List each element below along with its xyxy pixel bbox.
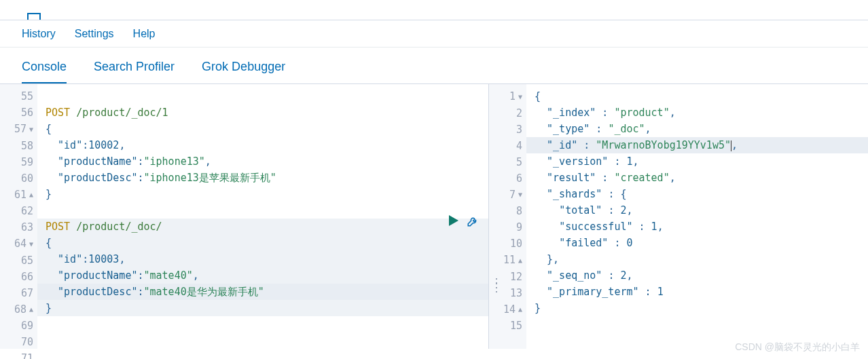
line-number: 62 <box>0 203 37 219</box>
line-number: 8 <box>489 203 526 219</box>
line-number: 56 <box>0 105 37 121</box>
line-number: 6 <box>489 170 526 187</box>
app-icon <box>27 13 41 20</box>
fold-close-icon[interactable]: ▲ <box>28 187 33 203</box>
http-path: /product/_doc/ <box>76 221 162 233</box>
line-number: 55 <box>0 88 37 105</box>
tab-search-profiler[interactable]: Search Profiler <box>94 60 175 83</box>
split-panes: 55 56 57▼ 58 59 60 61▲ 62 63 64▼ 65 66 6… <box>0 84 868 349</box>
tab-console[interactable]: Console <box>22 60 67 83</box>
watermark: CSDN @脑袋不灵光的小白羊 <box>735 341 860 354</box>
response-viewer[interactable]: { "_index" : "product", "_type" : "_doc"… <box>526 84 868 349</box>
line-number: 9 <box>489 219 526 235</box>
response-gutter: 1▼ 2 3 4 5 6 7▼ 8 9 10 11▲ 12 13 14▲ 15 <box>489 84 526 349</box>
menu-settings[interactable]: Settings <box>75 28 114 40</box>
pane-resize-handle[interactable]: ⋮⋮ <box>490 281 501 289</box>
response-pane: 1▼ 2 3 4 5 6 7▼ 8 9 10 11▲ 12 13 14▲ 15 … <box>489 84 868 349</box>
line-number: 15 <box>489 318 526 334</box>
fold-open-icon[interactable]: ▼ <box>28 121 33 138</box>
line-number: 60 <box>0 170 37 187</box>
line-number: 70 <box>0 334 37 350</box>
request-editor[interactable]: POST /product/_doc/1 { "id":10002, "prod… <box>37 84 488 349</box>
run-icon[interactable] <box>449 215 458 226</box>
line-number: 67 <box>0 285 37 301</box>
top-icon-bar <box>0 0 868 20</box>
line-number: 3 <box>489 121 526 138</box>
request-pane: 55 56 57▼ 58 59 60 61▲ 62 63 64▼ 65 66 6… <box>0 84 489 349</box>
request-actions <box>449 215 479 227</box>
line-number: 61▲ <box>0 187 37 204</box>
line-number: 4 <box>489 138 526 154</box>
fold-open-icon[interactable]: ▼ <box>517 89 522 105</box>
fold-open-icon[interactable]: ▼ <box>28 236 33 252</box>
line-number: 10 <box>489 235 526 252</box>
line-number: 64▼ <box>0 235 37 252</box>
line-number: 2 <box>489 105 526 121</box>
fold-open-icon[interactable]: ▼ <box>517 187 522 203</box>
request-gutter: 55 56 57▼ 58 59 60 61▲ 62 63 64▼ 65 66 6… <box>0 84 37 349</box>
line-number: 11▲ <box>489 252 526 269</box>
http-method: POST <box>46 221 70 233</box>
http-method: POST <box>46 107 70 119</box>
line-number: 66 <box>0 269 37 285</box>
line-number: 68▲ <box>0 301 37 318</box>
line-number: 59 <box>0 154 37 170</box>
line-number: 65 <box>0 252 37 269</box>
http-path: /product/_doc/1 <box>76 107 168 119</box>
line-number: 58 <box>0 138 37 154</box>
tab-bar: Console Search Profiler Grok Debugger <box>0 48 868 84</box>
line-number: 7▼ <box>489 187 526 204</box>
line-number: 57▼ <box>0 121 37 138</box>
tab-grok-debugger[interactable]: Grok Debugger <box>202 60 285 83</box>
line-number: 63 <box>0 219 37 235</box>
fold-close-icon[interactable]: ▲ <box>28 301 33 318</box>
line-number: 71 <box>0 350 37 359</box>
line-number: 69 <box>0 318 37 334</box>
fold-close-icon[interactable]: ▲ <box>517 252 522 269</box>
line-number: 5 <box>489 154 526 170</box>
wrench-icon[interactable] <box>467 215 479 227</box>
line-number: 14▲ <box>489 301 526 318</box>
line-number: 1▼ <box>489 88 526 105</box>
menu-history[interactable]: History <box>22 28 56 40</box>
menu-help[interactable]: Help <box>133 28 156 40</box>
fold-close-icon[interactable]: ▲ <box>517 301 522 318</box>
menu-bar: History Settings Help <box>0 20 868 48</box>
